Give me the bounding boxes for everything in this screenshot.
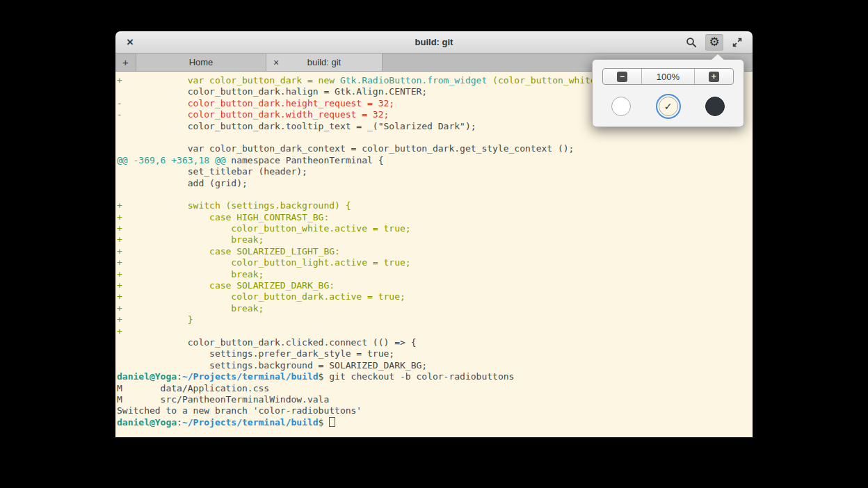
terminal-line: + break;	[117, 234, 751, 245]
terminal-line: settings.prefer_dark_style = true;	[117, 348, 751, 359]
terminal-line: add (grid);	[117, 178, 751, 189]
theme-solarized-dark-button[interactable]	[705, 97, 725, 116]
terminal-line: daniel@Yoga:~/Projects/terminal/build$ g…	[117, 371, 751, 382]
terminal-line: Switched to a new branch 'color-radiobut…	[117, 405, 751, 416]
terminal-line: var color_button_dark_context = color_bu…	[117, 143, 751, 154]
terminal-line: daniel@Yoga:~/Projects/terminal/build$	[117, 417, 751, 428]
terminal-line: + break;	[117, 269, 751, 280]
tab-label: build: git	[307, 57, 341, 67]
zoom-in-icon: +	[709, 72, 719, 82]
check-icon: ✓	[664, 101, 673, 112]
expand-icon	[732, 37, 743, 48]
tab-home[interactable]: Home	[136, 54, 266, 71]
search-button[interactable]	[682, 34, 700, 51]
terminal-line: + case HIGH_CONTRAST_BG:	[117, 212, 751, 223]
terminal-line	[117, 132, 751, 143]
terminal-line: + break;	[117, 303, 751, 314]
zoom-out-button[interactable]: −	[603, 69, 642, 84]
terminal-line: M src/PantheonTerminalWindow.vala	[117, 394, 751, 405]
headerbar: × build: git ⚙	[115, 31, 753, 54]
terminal-line: M data/Application.css	[117, 383, 751, 394]
tab-label: Home	[189, 57, 214, 67]
theme-solarized-light-button[interactable]: ✓	[659, 97, 678, 116]
terminal-line: settings.background = SOLARIZED_DARK_BG;	[117, 360, 751, 371]
terminal-line: @@ -369,6 +363,18 @@ namespace PantheonT…	[117, 155, 751, 166]
search-icon	[686, 37, 697, 48]
theme-switcher: ✓	[602, 97, 734, 116]
terminal-line: + color_button_light.active = true;	[117, 257, 751, 268]
terminal-line: + switch (settings.background) {	[117, 200, 751, 211]
settings-button[interactable]: ⚙	[705, 34, 723, 51]
terminal-line	[117, 189, 751, 200]
popover-arrow	[712, 54, 724, 60]
terminal-line: + color_button_white.active = true;	[117, 223, 751, 234]
fullscreen-button[interactable]	[728, 34, 746, 51]
zoom-controls: − 100% +	[602, 68, 734, 85]
terminal-line: + color_button_dark.active = true;	[117, 291, 751, 302]
settings-popover: − 100% + ✓	[592, 59, 744, 127]
terminal-line: set_titlebar (header);	[117, 166, 751, 177]
zoom-out-icon: −	[617, 72, 627, 82]
terminal-cursor	[329, 417, 335, 427]
window-close-button[interactable]: ×	[122, 35, 138, 50]
zoom-in-button[interactable]: +	[695, 69, 733, 84]
zoom-level-button[interactable]: 100%	[642, 69, 695, 84]
headerbar-actions: ⚙	[682, 34, 746, 51]
tab-build-git[interactable]: × build: git	[266, 54, 383, 71]
terminal-line: + case SOLARIZED_LIGHT_BG:	[117, 246, 751, 257]
terminal-line: +	[117, 326, 751, 337]
new-tab-button[interactable]: +	[115, 54, 136, 71]
terminal-line: + }	[117, 314, 751, 325]
theme-high-contrast-button[interactable]	[611, 97, 631, 116]
tab-close-button[interactable]: ×	[270, 54, 282, 71]
terminal-line: + case SOLARIZED_DARK_BG:	[117, 280, 751, 291]
gear-icon: ⚙	[709, 36, 719, 48]
terminal-line: color_button_dark.clicked.connect (() =>…	[117, 337, 751, 348]
window-title: build: git	[115, 37, 753, 47]
